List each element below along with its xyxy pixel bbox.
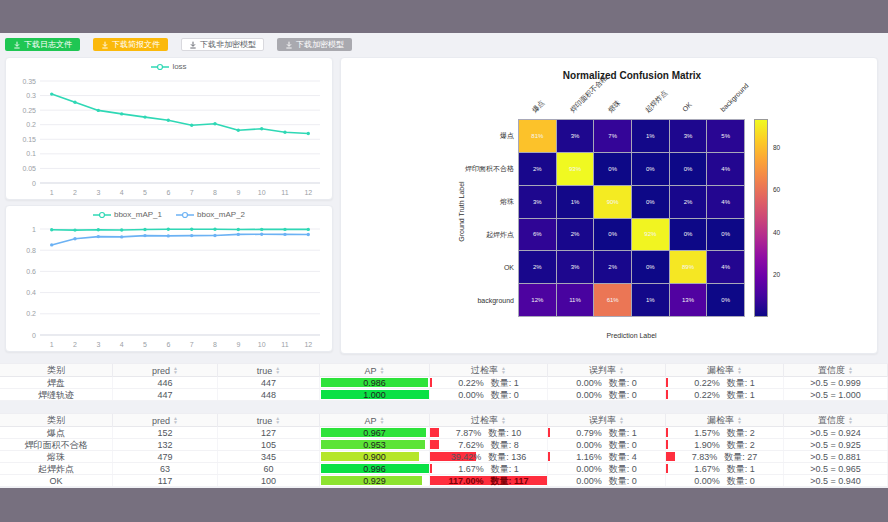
table-row: 焊印面积不合格1321050.9537.62%数量: 80.00%数量: 01.…: [0, 439, 888, 451]
column-header[interactable]: 漏检率▲▼: [666, 414, 784, 427]
download-encrypted-model-button[interactable]: 下载加密模型: [277, 38, 352, 51]
miss-rate-count: 数量: 1: [727, 389, 755, 400]
column-header: 类别: [0, 364, 113, 377]
colorbar-tick-label: 20: [773, 271, 780, 278]
true-cell: 345: [218, 451, 320, 462]
true-cell: 100: [218, 475, 320, 486]
column-header[interactable]: 漏检率▲▼: [666, 364, 784, 377]
over-rate-percent: 7.62%: [458, 439, 484, 450]
matrix-row-label: background: [402, 284, 514, 317]
download-brief-button[interactable]: 下载简报文件: [93, 38, 168, 51]
misjudge-rate-cell: 0.79%数量: 1: [548, 427, 666, 438]
map-chart-legend: bbox_mAP_1bbox_mAP_2: [6, 210, 332, 219]
matrix-column-label: 熔珠: [606, 98, 623, 115]
ap-cell: 0.986: [320, 377, 430, 388]
class-cell: 爆点: [0, 427, 113, 438]
svg-text:10: 10: [258, 341, 266, 348]
metrics-tables: 类别pred▲▼true▲▼AP▲▼过检率▲▼误判率▲▼漏检率▲▼置信度▲▼焊盘…: [0, 363, 888, 487]
sort-icon[interactable]: ▲▼: [380, 367, 385, 374]
table-row: 焊缝轨迹4474481.0000.00%数量: 00.00%数量: 00.22%…: [0, 389, 888, 401]
true-cell: 448: [218, 389, 320, 400]
column-header[interactable]: pred▲▼: [113, 414, 218, 427]
matrix-cell: 6%: [519, 219, 556, 251]
column-header[interactable]: true▲▼: [218, 364, 320, 377]
confidence-cell: >0.5 = 0.881: [784, 451, 888, 462]
matrix-column-label: 起焊炸点: [643, 88, 670, 115]
over-rate-percent: 0.00%: [458, 389, 484, 400]
column-header[interactable]: true▲▼: [218, 414, 320, 427]
prediction-axis-label: Prediction Label: [518, 332, 745, 339]
matrix-cell: 1%: [632, 284, 669, 316]
svg-text:10: 10: [258, 189, 266, 196]
matrix-cell: 3%: [557, 251, 594, 283]
over-rate-count: 数量: 0: [491, 389, 519, 400]
misjudge-rate-cell: 1.16%数量: 4: [548, 451, 666, 462]
confidence-cell: >0.5 = 0.924: [784, 427, 888, 438]
legend-item[interactable]: bbox_mAP_2: [176, 210, 245, 219]
ap-cell: 0.900: [320, 451, 430, 462]
misjudge-rate-cell: 0.00%数量: 0: [548, 389, 666, 400]
column-header[interactable]: 误判率▲▼: [548, 364, 666, 377]
matrix-cell: 1%: [557, 186, 594, 218]
miss-rate-cell: 0.22%数量: 1: [666, 377, 784, 388]
column-header[interactable]: 过检率▲▼: [430, 414, 548, 427]
loss-chart: 00.050.10.150.20.250.30.3512345678910111…: [10, 74, 330, 202]
svg-text:0.8: 0.8: [26, 247, 36, 254]
download-icon: [285, 41, 293, 49]
misjudge-rate-percent: 0.00%: [576, 389, 602, 400]
pred-cell: 63: [113, 463, 218, 474]
matrix-cell: 0%: [707, 284, 744, 316]
column-header[interactable]: pred▲▼: [113, 364, 218, 377]
column-header[interactable]: AP▲▼: [320, 414, 430, 427]
svg-text:3: 3: [96, 189, 100, 196]
sort-icon[interactable]: ▲▼: [848, 417, 853, 424]
download-plain-model-button[interactable]: 下载非加密模型: [181, 38, 264, 51]
misjudge-rate-count: 数量: 1: [609, 427, 637, 438]
column-header[interactable]: 置信度▲▼: [784, 414, 888, 427]
svg-text:0.4: 0.4: [26, 289, 36, 296]
toolbar: 下载日志文件 下载简报文件 下载非加密模型 下载加密模型: [5, 38, 352, 51]
svg-text:1: 1: [32, 226, 36, 233]
download-log-button[interactable]: 下载日志文件: [5, 38, 80, 51]
confidence-cell: >0.5 = 0.925: [784, 439, 888, 450]
miss-rate-count: 数量: 2: [727, 439, 755, 450]
table-header-row: 类别pred▲▼true▲▼AP▲▼过检率▲▼误判率▲▼漏检率▲▼置信度▲▼: [0, 363, 888, 377]
misjudge-rate-cell: 0.00%数量: 0: [548, 463, 666, 474]
column-header[interactable]: 置信度▲▼: [784, 364, 888, 377]
map-chart: 00.20.40.60.81123456789101112: [10, 222, 330, 354]
legend-item[interactable]: bbox_mAP_1: [93, 210, 162, 219]
matrix-cell: 0%: [632, 186, 669, 218]
sort-icon[interactable]: ▲▼: [737, 367, 742, 374]
colorbar-tick-label: 40: [773, 229, 780, 236]
column-header[interactable]: 过检率▲▼: [430, 364, 548, 377]
table-row: 起焊炸点63600.9961.67%数量: 10.00%数量: 01.67%数量…: [0, 463, 888, 475]
detection-metrics-table: 类别pred▲▼true▲▼AP▲▼过检率▲▼误判率▲▼漏检率▲▼置信度▲▼焊盘…: [0, 363, 888, 401]
svg-text:0.05: 0.05: [22, 165, 36, 172]
sort-icon[interactable]: ▲▼: [173, 367, 178, 374]
matrix-cell: 0%: [594, 153, 631, 185]
sort-icon[interactable]: ▲▼: [275, 367, 280, 374]
table-header-row: 类别pred▲▼true▲▼AP▲▼过检率▲▼误判率▲▼漏检率▲▼置信度▲▼: [0, 413, 888, 427]
sort-icon[interactable]: ▲▼: [380, 417, 385, 424]
misjudge-rate-count: 数量: 0: [609, 439, 637, 450]
sort-icon[interactable]: ▲▼: [619, 417, 624, 424]
svg-text:4: 4: [120, 189, 124, 196]
matrix-cell: 0%: [670, 219, 707, 251]
sort-icon[interactable]: ▲▼: [173, 417, 178, 424]
legend-item[interactable]: loss: [151, 62, 186, 71]
misjudge-rate-count: 数量: 0: [609, 463, 637, 474]
svg-text:0.1: 0.1: [26, 150, 36, 157]
column-header[interactable]: AP▲▼: [320, 364, 430, 377]
sort-icon[interactable]: ▲▼: [737, 417, 742, 424]
over-rate-percent: 7.87%: [456, 427, 482, 438]
svg-text:7: 7: [190, 189, 194, 196]
download-icon: [189, 41, 197, 49]
sort-icon[interactable]: ▲▼: [501, 417, 506, 424]
sort-icon[interactable]: ▲▼: [848, 367, 853, 374]
button-label: 下载非加密模型: [200, 39, 256, 50]
pred-cell: 117: [113, 475, 218, 486]
sort-icon[interactable]: ▲▼: [619, 367, 624, 374]
sort-icon[interactable]: ▲▼: [275, 417, 280, 424]
column-header[interactable]: 误判率▲▼: [548, 414, 666, 427]
sort-icon[interactable]: ▲▼: [501, 367, 506, 374]
